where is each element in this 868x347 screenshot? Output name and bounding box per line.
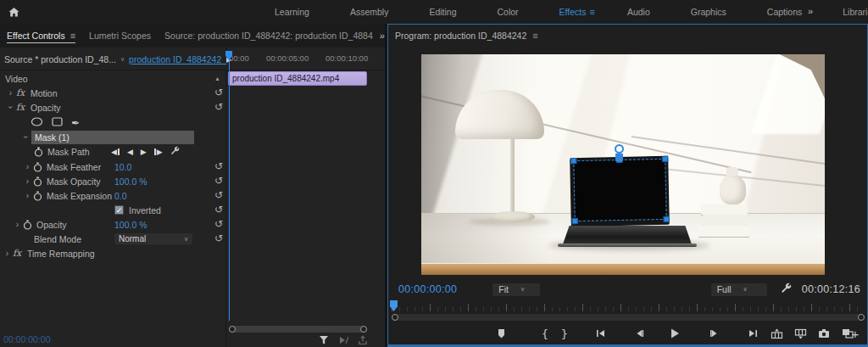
mask-feather-value[interactable]: 10.0 — [114, 162, 131, 172]
opacity-value[interactable]: 100.0 % — [114, 220, 147, 230]
mask-frame-back-icon[interactable]: ◀ — [127, 148, 133, 156]
disclosure-triangle-icon[interactable]: › — [22, 176, 33, 186]
stopwatch-icon[interactable] — [23, 220, 36, 230]
export-frame-icon[interactable] — [817, 327, 831, 340]
step-forward-icon[interactable] — [708, 327, 721, 340]
mark-out-icon[interactable]: } — [558, 327, 571, 340]
mask-expansion-row[interactable]: › Mask Expansion 0.0 ↺ — [0, 188, 225, 203]
collapse-up-icon[interactable]: ▲ — [214, 76, 220, 81]
disclosure-triangle-icon[interactable]: › — [22, 162, 33, 171]
timeline-clip[interactable]: production ID_4884242.mp4 — [228, 71, 367, 86]
time-remapping-row[interactable]: › fx Time Remapping — [0, 246, 225, 260]
stopwatch-icon[interactable] — [33, 162, 47, 172]
pen-mask-icon[interactable]: ✒ — [71, 117, 80, 129]
reset-icon[interactable]: ↺ — [214, 232, 223, 245]
panel-menu-icon[interactable]: ≡ — [532, 31, 537, 41]
export-icon[interactable] — [358, 333, 368, 347]
mask-expansion-value[interactable]: 0.0 — [114, 191, 127, 201]
zoom-fit-dropdown[interactable]: Fit ∨ — [492, 283, 540, 296]
program-zoom-scrollbar[interactable] — [392, 314, 865, 321]
reset-icon[interactable]: ↺ — [214, 160, 223, 173]
mask-group-selected[interactable]: Mask (1) — [31, 131, 194, 144]
video-frame[interactable] — [421, 54, 825, 275]
wrench-icon[interactable] — [170, 146, 180, 157]
stopwatch-icon[interactable] — [33, 191, 47, 201]
disclosure-triangle-icon[interactable]: › — [5, 88, 16, 98]
scrollbar-handle-left[interactable] — [229, 326, 236, 333]
workspace-tab-graphics[interactable]: Graphics — [670, 7, 747, 17]
extract-icon[interactable] — [793, 327, 807, 340]
opacity-effect-row[interactable]: › fx Opacity ↺ — [0, 100, 225, 115]
ec-playhead-line[interactable] — [229, 51, 230, 321]
mask-handle[interactable] — [570, 158, 576, 164]
program-timecode[interactable]: 00:00:00:00 — [398, 283, 457, 295]
panel-menu-icon[interactable]: ≡ — [70, 31, 75, 41]
home-icon[interactable] — [8, 6, 19, 21]
inverted-checkbox[interactable]: ✓ — [114, 205, 124, 215]
mask-handle[interactable] — [662, 156, 668, 162]
playback-resolution-dropdown[interactable]: Full ∨ — [711, 283, 767, 296]
scrollbar-handle-right[interactable] — [360, 326, 367, 333]
mask-handle[interactable] — [572, 218, 578, 224]
filter-properties-icon[interactable] — [319, 333, 329, 347]
mask-track-forward-icon[interactable]: ▶ — [141, 148, 147, 156]
video-section-header[interactable]: Video ▲ — [0, 71, 225, 86]
reset-icon[interactable]: ↺ — [214, 204, 223, 216]
disclosure-triangle-icon[interactable]: › — [12, 220, 23, 229]
reset-icon[interactable]: ↺ — [214, 189, 223, 202]
go-to-in-icon[interactable] — [593, 327, 607, 340]
disclosure-triangle-icon[interactable]: › — [6, 102, 15, 113]
motion-effect-row[interactable]: › fx Motion ↺ — [0, 86, 225, 100]
settings-wrench-icon[interactable] — [781, 282, 792, 297]
mark-in-icon[interactable]: { — [538, 327, 552, 340]
target-clip-link[interactable]: production ID_4884242_ — [129, 54, 226, 64]
rect-mask-icon[interactable] — [52, 117, 63, 128]
workspace-menu-icon[interactable]: ≡ — [590, 7, 607, 17]
mask-opacity-value[interactable]: 100.0 % — [114, 176, 147, 187]
chevron-down-icon[interactable]: ∨ — [116, 56, 129, 63]
ec-current-timecode[interactable]: 00:00:00:00 — [3, 334, 50, 344]
tab-effect-controls[interactable]: Effect Controls ≡ — [0, 24, 82, 48]
mask-handle[interactable] — [664, 216, 670, 222]
stopwatch-icon[interactable] — [34, 147, 47, 157]
button-editor-icon[interactable]: + — [849, 327, 862, 340]
mask-feather-ring[interactable] — [615, 144, 624, 154]
scrollbar-handle-right[interactable] — [858, 314, 865, 321]
mask-feather-handle[interactable] — [615, 154, 623, 161]
workspace-tab-assembly[interactable]: Assembly — [330, 7, 409, 17]
go-to-out-icon[interactable] — [746, 327, 760, 340]
play-edit-icon[interactable] — [338, 333, 348, 347]
program-time-ruler[interactable] — [392, 301, 865, 311]
tab-source-monitor[interactable]: Source: production ID_4884242: productio… — [158, 24, 380, 48]
mask-frame-forward-icon[interactable]: ▶ — [154, 148, 163, 156]
lift-icon[interactable] — [770, 327, 783, 340]
step-back-icon[interactable] — [632, 327, 645, 340]
reset-icon[interactable]: ↺ — [214, 87, 223, 99]
mask-path-row[interactable]: Mask Path ◀ ◀ ▶ ▶ — [0, 144, 225, 159]
disclosure-triangle-icon[interactable]: › — [2, 249, 13, 258]
mask-track-back-icon[interactable]: ◀ — [111, 148, 120, 156]
opacity-param-row[interactable]: › Opacity 100.0 % ↺ — [0, 217, 225, 232]
workspace-tab-editing[interactable]: Editing — [409, 7, 476, 17]
program-panel-tab[interactable]: Program: production ID_4884242 ≡ — [395, 25, 538, 47]
disclosure-triangle-icon[interactable]: › — [21, 132, 31, 143]
workspace-tab-effects[interactable]: Effects — [539, 7, 590, 17]
play-icon[interactable] — [668, 327, 682, 340]
ec-horizontal-scrollbar[interactable] — [229, 326, 367, 333]
workspace-tab-libraries[interactable]: Libraries — [822, 7, 868, 17]
ellipse-mask-icon[interactable] — [31, 117, 43, 128]
tab-lumetri-scopes[interactable]: Lumetri Scopes — [82, 24, 158, 48]
reset-icon[interactable]: ↺ — [214, 218, 223, 231]
mask-outline[interactable] — [573, 159, 666, 221]
disclosure-triangle-icon[interactable]: › — [22, 191, 33, 200]
mask-feather-row[interactable]: › Mask Feather 10.0 ↺ — [0, 160, 225, 174]
workspace-tab-color[interactable]: Color — [477, 7, 539, 17]
workspace-tab-audio[interactable]: Audio — [607, 7, 670, 17]
add-marker-icon[interactable] — [494, 327, 508, 340]
mask-group-row[interactable]: › Mask (1) — [0, 130, 225, 144]
stopwatch-icon[interactable] — [33, 176, 47, 187]
reset-icon[interactable]: ↺ — [214, 175, 223, 187]
scrollbar-handle-left[interactable] — [392, 314, 398, 321]
blend-mode-dropdown[interactable]: Normal ∨ — [114, 233, 192, 244]
mask-opacity-row[interactable]: › Mask Opacity 100.0 % ↺ — [0, 174, 225, 188]
